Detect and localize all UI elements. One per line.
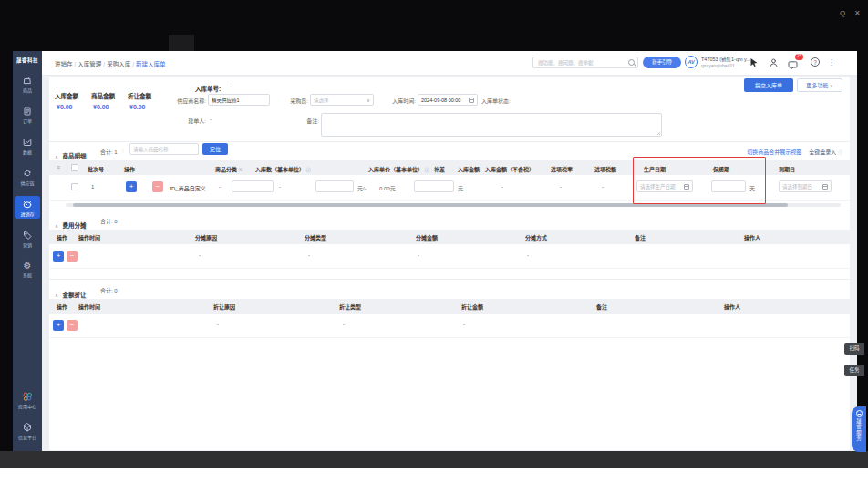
sidebar-item-orders[interactable]: 订单 [15,103,40,126]
app-center-icon [22,391,33,402]
h-scrollbar-thumb[interactable] [73,203,788,207]
app-window: 晟睿科技 商品 订单 数据 供应链 进销存 [13,51,857,451]
guide-button[interactable]: 新手引导 [643,57,681,68]
scan-tab[interactable]: 扫码 [844,343,864,355]
kebab-menu-icon[interactable]: ⋮ [828,57,835,67]
col-tax-amount: 进项税额 [594,165,616,173]
drag-handle-icon[interactable]: ≡ [57,164,60,171]
col-tax-rate: 进项税率 [551,165,573,173]
app-logo: 晟睿科技 [16,57,38,64]
row-subsidy: 0.00元 [379,184,396,192]
fee-reason: - [199,252,201,258]
discounts-total: 合计: 0 [100,286,118,294]
col-subsidy: 补差 [434,165,445,173]
service-tab[interactable]: 晟睿服务 [852,406,866,452]
keyboard-entry-link[interactable]: 全键盘录入 ⓘ [809,148,842,156]
row-expire-picker[interactable]: 请选择到期日 [779,180,832,192]
inbound-time-value: 2024-09-08 00:00 [421,98,469,103]
summary-label: 商品金额 [91,91,115,100]
col-action: 操作 [124,165,135,173]
task-tab[interactable]: 任务 [844,365,864,376]
fees-col-operator: 操作人 [744,233,760,242]
remove-row-button[interactable]: − [152,181,163,192]
breadcrumb-item[interactable]: 采购入库 [107,61,130,67]
sidebar-item-supply-chain[interactable]: 供应链 [15,165,40,188]
col-category[interactable]: 商品分类 ⇅ [215,165,243,173]
message-icon [788,60,798,70]
sidebar-item-label: 营销 [23,242,32,248]
discount-remove-button[interactable]: − [67,320,78,331]
breadcrumb-item[interactable]: 入库管理 [78,61,101,67]
order-icon [22,106,33,117]
breadcrumb-separator: / [103,61,105,67]
discount-amount: - [463,322,465,327]
sidebar-item-goods[interactable]: 商品 [15,72,40,95]
info-icon: ⓘ [306,167,311,172]
sidebar-item-label: 系统 [23,272,32,278]
add-row-button[interactable]: + [126,181,137,192]
headset-icon [856,410,863,417]
section-divider [49,141,850,142]
sidebar: 晟睿科技 商品 订单 数据 供应链 进销存 [13,51,42,451]
supplier-input[interactable] [208,94,270,106]
disc-col-action: 操作 [57,303,67,311]
row-price-input[interactable] [315,180,354,192]
fees-col-type: 分摊类型 [305,233,326,242]
prod-date-placeholder: 请选择生产日期 [640,183,684,190]
global-search-input[interactable] [536,59,628,67]
row-amount-notax: - [501,184,503,190]
messages-button[interactable]: 25 [788,57,798,67]
disc-col-remark: 备注 [596,303,607,311]
window-search-icon[interactable]: Q [840,9,845,18]
search-icon[interactable] [628,59,635,66]
fee-remove-button[interactable]: − [67,251,78,262]
user-name[interactable]: T47053 (销售1-qm y... [701,56,750,63]
fees-section-title: 费用分摊 [62,222,86,229]
summary-label: 入库金额 [55,91,78,100]
select-all-checkbox[interactable] [71,164,78,171]
row-checkbox[interactable] [71,183,78,190]
tag-icon [22,230,33,241]
row-qty-input[interactable] [232,180,274,192]
avatar[interactable]: AV [685,56,698,68]
fee-add-button[interactable]: + [53,251,64,262]
sidebar-item-app-center[interactable]: 应用中心 [15,388,40,411]
row-product-name[interactable]: JD_商品自定义 [169,184,206,192]
remark-textarea[interactable] [321,113,662,137]
chart-icon [22,137,33,148]
more-actions-label: 更多功能 [806,83,828,88]
expire-placeholder: 请选择到期日 [782,183,822,190]
window-close-icon[interactable]: ✕ [854,9,861,18]
summary-value: ¥0.00 [93,104,109,110]
disc-col-operator: 操作人 [724,303,740,311]
sidebar-item-data[interactable]: 数据 [15,134,40,157]
breadcrumb-item[interactable]: 进销存 [55,61,73,67]
discount-add-button[interactable]: + [53,320,64,331]
disc-col-time: 操作时间 [78,303,100,311]
more-actions-button[interactable]: 更多功能 ∨ [797,78,842,92]
row-shelf-unit: 天 [749,184,755,192]
row-prod-date-picker[interactable]: 请选择生产日期 [636,180,693,192]
switch-view-link[interactable]: 切换商品合并展示视图 [747,148,801,156]
fee-row [49,244,850,269]
collapse-caret-icon: ∧ [55,293,58,298]
sidebar-item-marketing[interactable]: 营销 [15,227,40,250]
row-shelf-input[interactable] [711,180,746,192]
inbound-order-card: 提交入库单 更多功能 ∨ 入库金额 ¥0.00 商品金额 ¥0.00 折让金额 … [49,77,850,450]
row-amount-input[interactable] [414,180,454,192]
help-icon[interactable]: ? [811,57,820,67]
cube-icon [22,422,33,433]
discounts-section-title: 金额折让 [62,292,86,298]
sidebar-item-info-platform[interactable]: 信息平台 [15,419,40,442]
fees-col-remark: 备注 [635,233,646,242]
invite-user-icon[interactable] [769,57,779,67]
sidebar-item-inventory[interactable]: 进销存 [15,196,40,219]
fees-table-header [49,230,850,244]
sidebar-item-system[interactable]: ⚙ 系统 [15,258,40,280]
locate-button[interactable]: 定位 [202,143,228,155]
inbound-time-picker[interactable]: 2024-09-08 00:00 [418,94,478,106]
sidebar-item-label: 商品 [23,87,32,93]
product-name-search-input[interactable] [129,143,199,155]
products-section-title: 商品明细 [62,153,86,159]
submit-inbound-button[interactable]: 提交入库单 [744,78,793,92]
